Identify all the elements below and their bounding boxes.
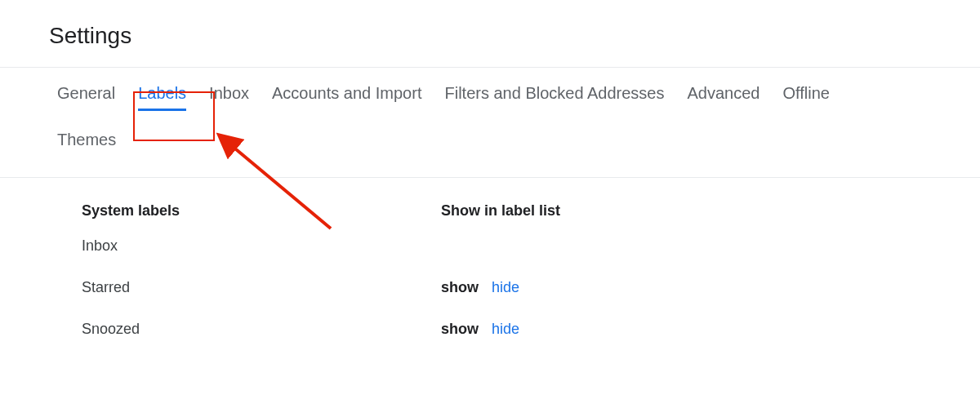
label-name: Inbox [82,237,441,255]
label-name: Snoozed [82,321,441,338]
label-name: Starred [82,279,441,296]
label-row-inbox: Inbox [82,237,931,255]
labels-content: System labels Show in label list Inbox S… [49,178,931,338]
hide-link[interactable]: hide [492,321,519,338]
tab-advanced[interactable]: Advanced [688,84,760,108]
tab-themes[interactable]: Themes [57,131,116,154]
tab-inbox[interactable]: Inbox [209,84,249,108]
label-actions: show hide [441,279,519,296]
column-show-in-list: Show in label list [441,202,686,220]
show-link[interactable]: show [441,279,479,296]
tab-labels[interactable]: Labels [138,84,186,108]
tab-active-underline [138,109,186,111]
tab-offline[interactable]: Offline [782,84,829,108]
hide-link[interactable]: hide [492,279,519,296]
tab-accounts[interactable]: Accounts and Import [272,84,421,108]
column-system-labels: System labels [82,202,441,220]
page-title: Settings [49,23,931,49]
tab-filters[interactable]: Filters and Blocked Addresses [444,84,664,108]
columns-header: System labels Show in label list [82,202,931,220]
label-row-snoozed: Snoozed show hide [82,321,931,338]
show-link[interactable]: show [441,321,479,338]
tab-labels-text: Labels [138,84,186,102]
label-actions: show hide [441,321,519,338]
tab-general[interactable]: General [57,84,115,108]
tabs-bar: General Labels Inbox Accounts and Import… [57,68,931,159]
label-row-starred: Starred show hide [82,279,931,296]
